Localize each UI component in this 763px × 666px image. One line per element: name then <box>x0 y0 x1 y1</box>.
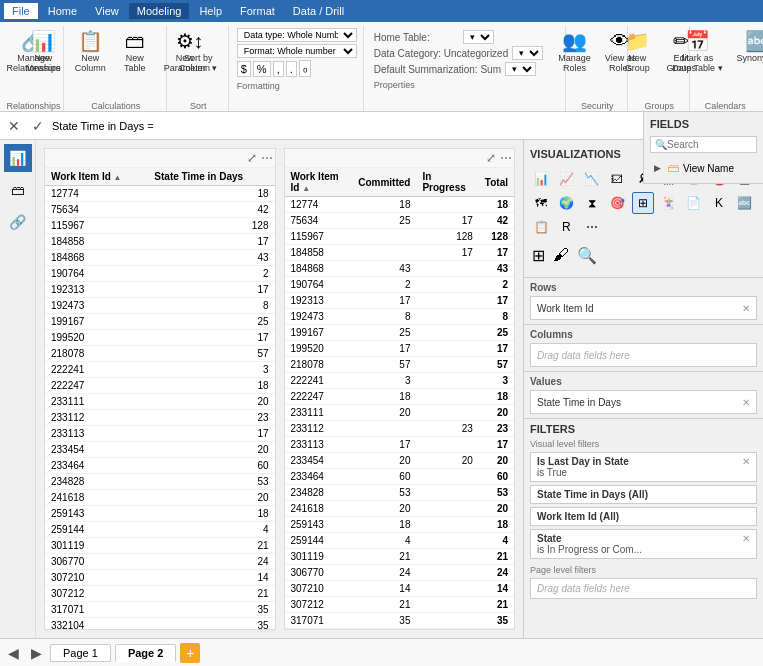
viz-table[interactable]: 📋 <box>530 216 552 238</box>
table-cell: 259144 <box>45 522 148 538</box>
table1-scroll[interactable]: Work Item Id ▲ State Time in Days 127741… <box>45 168 275 629</box>
new-group-button[interactable]: 📁 NewGroup <box>617 28 657 76</box>
viz-area[interactable]: 🗠 <box>606 168 628 190</box>
filter-0-remove[interactable]: ✕ <box>742 456 750 467</box>
table-cell: 222247 <box>285 389 353 405</box>
viz-line[interactable]: 📉 <box>581 168 603 190</box>
viz-map[interactable]: 🗺 <box>530 192 552 214</box>
menu-item-file[interactable]: File <box>4 3 38 19</box>
table-cell: 20 <box>352 405 416 421</box>
values-remove-button[interactable]: ✕ <box>742 397 750 408</box>
table2-col-total[interactable]: Total <box>479 168 514 197</box>
columns-well[interactable]: Drag data fields here <box>530 343 757 367</box>
table-cell: 259143 <box>285 517 353 533</box>
table-row: 30721014 <box>45 570 275 586</box>
new-measure-button[interactable]: 📊 NewMeasure <box>21 28 66 76</box>
sort-by-column-button[interactable]: ↕ Sort byColumn ▾ <box>174 28 223 76</box>
zero-button[interactable]: ₀ <box>299 60 311 77</box>
format-select[interactable]: Format: Whole number ▾ <box>237 44 357 58</box>
formula-close-button[interactable]: ✕ <box>4 116 24 136</box>
table1-col-statedays[interactable]: State Time in Days <box>148 168 274 186</box>
menu-item-data-drill[interactable]: Data / Drill <box>285 3 352 19</box>
table-cell: 2 <box>352 277 416 293</box>
new-table-button[interactable]: 🗃 NewTable <box>115 28 155 76</box>
page-tab-2[interactable]: Page 2 <box>115 644 176 662</box>
table2-more-icon[interactable]: ⋯ <box>500 151 512 165</box>
viz-kpi[interactable]: K <box>708 192 730 214</box>
new-column-button[interactable]: 📋 NewColumn <box>70 28 111 76</box>
menu-item-home[interactable]: Home <box>40 3 85 19</box>
filter-item-0[interactable]: Is Last Day in State is True ✕ <box>530 452 757 482</box>
viz-more[interactable]: ⋯ <box>581 216 603 238</box>
table1-expand-icon[interactable]: ⤢ <box>247 151 257 165</box>
menu-item-format[interactable]: Format <box>232 3 283 19</box>
viz-tab-format[interactable]: 🖌 <box>551 244 571 267</box>
filter-item-3[interactable]: State is In Progress or Com... ✕ <box>530 529 757 559</box>
table-cell: 184868 <box>45 250 148 266</box>
table-row: 2591431818 <box>285 517 515 533</box>
viz-funnel[interactable]: ⧗ <box>581 192 603 214</box>
data-category-select[interactable]: ▾ <box>512 46 543 60</box>
viz-multi-row-card[interactable]: 📄 <box>683 192 705 214</box>
mark-as-date-table-button[interactable]: 📅 Mark asDate Table ▾ <box>667 28 727 76</box>
manage-roles-button[interactable]: 👥 ManageRoles <box>553 28 596 76</box>
page-tab-1[interactable]: Page 1 <box>50 644 111 662</box>
data-type-select[interactable]: Data type: Whole Number ▾ <box>237 28 357 42</box>
table-cell: 17 <box>148 234 274 250</box>
columns-placeholder: Drag data fields here <box>537 350 630 361</box>
table1-col-workitemid[interactable]: Work Item Id ▲ <box>45 168 148 186</box>
table-cell: 17 <box>352 341 416 357</box>
filter-3-remove[interactable]: ✕ <box>742 533 750 544</box>
table-cell: 190764 <box>285 277 353 293</box>
filter-drop-area[interactable]: Drag data fields here <box>530 578 757 599</box>
fields-search-input[interactable] <box>667 140 752 150</box>
rows-remove-button[interactable]: ✕ <box>742 303 750 314</box>
table-cell: 60 <box>148 458 274 474</box>
default-summ-select[interactable]: ▾ <box>505 62 536 76</box>
synonyms-icon: 🔤 <box>745 31 763 51</box>
table2-scroll[interactable]: Work Item Id ▲ Committed In Progress Tot… <box>285 168 515 629</box>
viz-tab-fields[interactable]: ⊞ <box>530 244 547 267</box>
viz-gauge[interactable]: 🎯 <box>606 192 628 214</box>
nav-icon-report[interactable]: 📊 <box>4 144 32 172</box>
date-table-icon: 📅 <box>685 31 710 51</box>
viz-matrix2[interactable]: R <box>555 216 577 238</box>
nav-icon-data[interactable]: 🗃 <box>4 176 32 204</box>
decimal-button[interactable]: . <box>286 61 297 77</box>
filter-item-2[interactable]: Work Item Id (All) <box>530 507 757 526</box>
viz-matrix[interactable]: ⊞ <box>632 192 654 214</box>
table-cell: 233112 <box>45 410 148 426</box>
formula-check-button[interactable]: ✓ <box>28 116 48 136</box>
viz-filled-map[interactable]: 🌍 <box>555 192 577 214</box>
filter-item-1[interactable]: State Time in Days (All) <box>530 485 757 504</box>
nav-icon-model[interactable]: 🔗 <box>4 208 32 236</box>
table-cell: 192473 <box>45 298 148 314</box>
comma-button[interactable]: , <box>273 61 284 77</box>
table2-col-inprogress[interactable]: In Progress <box>416 168 478 197</box>
rows-well: Work Item Id ✕ <box>530 296 757 320</box>
viz-bar-chart[interactable]: 📊 <box>530 168 552 190</box>
table2-col-workitemid[interactable]: Work Item Id ▲ <box>285 168 353 197</box>
page-next-button[interactable]: ▶ <box>27 645 46 661</box>
table2-col-committed[interactable]: Committed <box>352 168 416 197</box>
table1-more-icon[interactable]: ⋯ <box>261 151 273 165</box>
menu-item-view[interactable]: View <box>87 3 127 19</box>
fields-tree-table[interactable]: ▶ 🗃 View Name <box>650 159 757 177</box>
menu-item-modeling[interactable]: Modeling <box>129 3 190 19</box>
menu-item-help[interactable]: Help <box>191 3 230 19</box>
table2-expand-icon[interactable]: ⤢ <box>486 151 496 165</box>
table1-body: 1277418756344211596712818485817184868431… <box>45 186 275 630</box>
viz-slicer[interactable]: 🔤 <box>734 192 756 214</box>
page-prev-button[interactable]: ◀ <box>4 645 23 661</box>
table-cell: 4 <box>479 533 514 549</box>
viz-card[interactable]: 🃏 <box>657 192 679 214</box>
main-content: 📊 🗃 🔗 ⤢ ⋯ Work Item Id ▲ State Time in D… <box>0 140 763 638</box>
percent-button[interactable]: % <box>253 61 271 77</box>
viz-stacked-bar[interactable]: 📈 <box>555 168 577 190</box>
viz-tab-analytics[interactable]: 🔍 <box>575 244 599 267</box>
synonyms-button[interactable]: 🔤 Synonyms <box>732 28 763 66</box>
page-add-button[interactable]: + <box>180 643 200 663</box>
table-cell: 23 <box>479 421 514 437</box>
dollar-button[interactable]: $ <box>237 61 251 77</box>
home-table-select[interactable]: ▾ <box>463 30 494 44</box>
